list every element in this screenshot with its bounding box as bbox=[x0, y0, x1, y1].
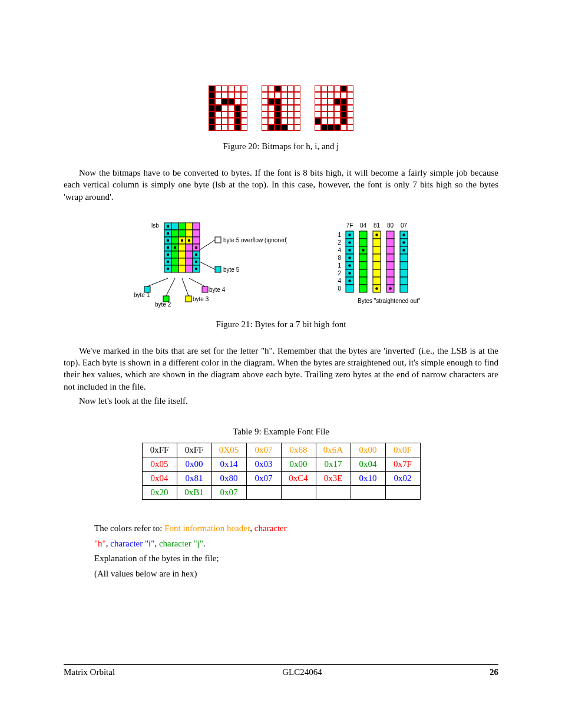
svg-point-84 bbox=[348, 264, 351, 266]
footer-page-number: 26 bbox=[490, 667, 498, 677]
svg-rect-3 bbox=[178, 223, 186, 230]
svg-point-21 bbox=[167, 246, 169, 249]
table-cell bbox=[246, 486, 281, 500]
svg-rect-96 bbox=[359, 269, 367, 277]
svg-rect-31 bbox=[178, 251, 186, 258]
svg-line-56 bbox=[147, 278, 168, 286]
svg-point-16 bbox=[181, 239, 183, 242]
table-cell: 0x05 bbox=[142, 457, 177, 472]
table-cell: 0x68 bbox=[281, 443, 316, 457]
svg-rect-54 bbox=[186, 296, 191, 302]
svg-rect-10 bbox=[186, 230, 193, 237]
svg-rect-109 bbox=[386, 231, 394, 239]
byte1-label: byte 1 bbox=[134, 292, 150, 298]
svg-line-60 bbox=[200, 240, 215, 250]
svg-rect-105 bbox=[373, 269, 381, 277]
svg-point-119 bbox=[402, 233, 405, 236]
svg-rect-37 bbox=[171, 258, 178, 265]
svg-rect-90 bbox=[359, 231, 367, 239]
svg-rect-127 bbox=[400, 277, 408, 285]
svg-rect-102 bbox=[373, 246, 381, 254]
svg-rect-39 bbox=[186, 258, 193, 265]
table-cell: 0x6A bbox=[316, 443, 351, 457]
table-cell bbox=[316, 486, 351, 500]
footer-center: GLC24064 bbox=[282, 667, 322, 677]
bitmap-i bbox=[262, 85, 300, 131]
svg-point-18 bbox=[188, 239, 190, 242]
svg-rect-55 bbox=[202, 286, 208, 292]
svg-rect-91 bbox=[359, 239, 367, 246]
svg-rect-45 bbox=[178, 265, 186, 272]
svg-point-13 bbox=[167, 239, 169, 242]
byte5-label: byte 5 bbox=[223, 266, 240, 273]
page: Figure 20: Bitmaps for h, i, and j Now t… bbox=[0, 0, 562, 728]
svg-point-1 bbox=[167, 225, 169, 228]
svg-point-117 bbox=[389, 287, 391, 289]
svg-point-108 bbox=[375, 287, 378, 289]
svg-point-86 bbox=[348, 272, 351, 274]
svg-rect-24 bbox=[178, 244, 186, 251]
svg-point-29 bbox=[167, 253, 169, 256]
table-cell: 0x03 bbox=[246, 457, 281, 472]
bitmap-h bbox=[209, 85, 247, 131]
byte2-label: byte 2 bbox=[155, 301, 171, 308]
paragraph-3: Now let's look at the file itself. bbox=[64, 395, 498, 407]
svg-rect-101 bbox=[373, 239, 381, 246]
svg-rect-124 bbox=[400, 254, 408, 262]
paragraph-1: Now the bitmaps have to be converted to … bbox=[64, 167, 498, 203]
table-cell: 0xB1 bbox=[177, 486, 211, 500]
footer-left: Matrix Orbital bbox=[64, 667, 115, 677]
figure-21-left: byte 5 overflow (ignored) byte 5 lsb byt… bbox=[134, 220, 287, 309]
svg-rect-112 bbox=[386, 254, 394, 262]
page-footer: Matrix Orbital GLC24064 26 bbox=[64, 664, 498, 677]
svg-rect-98 bbox=[359, 285, 367, 292]
svg-point-76 bbox=[348, 233, 351, 236]
svg-line-57 bbox=[166, 278, 175, 296]
table-cell: 0xC4 bbox=[281, 472, 316, 486]
svg-text:1: 1 bbox=[338, 232, 341, 238]
paragraph-2: We've marked in the bits that are set fo… bbox=[64, 345, 498, 393]
table-cell bbox=[351, 486, 385, 500]
svg-rect-4 bbox=[186, 223, 193, 230]
table-cell: 0x00 bbox=[351, 443, 385, 457]
byte5-overflow-label: byte 5 overflow (ignored) bbox=[223, 237, 287, 243]
svg-rect-51 bbox=[215, 266, 221, 272]
lsb-label: lsb bbox=[151, 222, 159, 229]
svg-text:80: 80 bbox=[387, 222, 394, 229]
svg-rect-5 bbox=[193, 223, 200, 230]
svg-point-41 bbox=[195, 261, 197, 263]
svg-point-27 bbox=[195, 246, 197, 249]
svg-rect-106 bbox=[373, 277, 381, 285]
table-cell: 0xFF bbox=[177, 443, 211, 457]
svg-point-123 bbox=[402, 249, 405, 251]
svg-rect-14 bbox=[171, 237, 178, 244]
svg-rect-125 bbox=[400, 262, 408, 269]
svg-line-58 bbox=[182, 278, 189, 296]
svg-text:81: 81 bbox=[373, 222, 381, 229]
figure-21-right-caption: Bytes "straightened out" bbox=[358, 298, 421, 304]
svg-text:4: 4 bbox=[338, 278, 341, 284]
svg-rect-46 bbox=[186, 265, 193, 272]
byte3-label: byte 3 bbox=[193, 296, 209, 302]
table-cell: 0x3E bbox=[316, 472, 351, 486]
svg-point-34 bbox=[195, 253, 197, 256]
svg-rect-110 bbox=[386, 239, 394, 246]
svg-rect-2 bbox=[171, 223, 178, 230]
svg-line-61 bbox=[200, 262, 215, 269]
svg-text:2: 2 bbox=[338, 239, 341, 246]
svg-rect-38 bbox=[178, 258, 186, 265]
table-9-caption: Table 9: Example Font File bbox=[64, 427, 498, 437]
table-cell: 0x00 bbox=[177, 457, 211, 472]
svg-rect-8 bbox=[171, 230, 178, 237]
table-cell: 0x81 bbox=[177, 472, 211, 486]
svg-rect-9 bbox=[178, 230, 186, 237]
svg-text:7F: 7F bbox=[346, 222, 353, 229]
svg-rect-19 bbox=[193, 237, 200, 244]
table-cell: 0x14 bbox=[211, 457, 246, 472]
svg-text:8: 8 bbox=[338, 285, 341, 292]
table-cell: 0X05 bbox=[211, 443, 246, 457]
svg-point-93 bbox=[362, 249, 364, 251]
table-cell bbox=[385, 486, 420, 500]
svg-rect-44 bbox=[171, 265, 178, 272]
figure-21-diagram: byte 5 overflow (ignored) byte 5 lsb byt… bbox=[64, 220, 498, 309]
